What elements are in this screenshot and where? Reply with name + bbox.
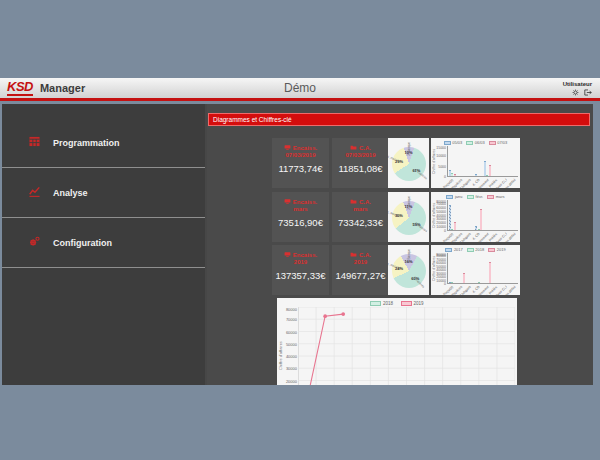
sidebar-item-label: Analyse (53, 188, 88, 198)
bar-chart-day: 05/0306/0307/03Chiffre d'affaires1500010… (431, 138, 520, 188)
stat-value: 137357,33€ (272, 270, 329, 281)
user-icons (563, 89, 592, 96)
chart-element (298, 307, 515, 385)
y-tick: 50000 (286, 341, 297, 346)
stat-card-ca-annee: C.A. 2019 149677,27€ (332, 245, 389, 295)
pie-chart-day: 10%3. Banque61%2. Espèces29%1. Reçu(s) (388, 138, 429, 188)
bargroup (457, 146, 466, 176)
stat-date: 2019 (332, 259, 389, 265)
bargroup (492, 200, 501, 230)
y-tick: 10000 (436, 154, 446, 158)
ycol: 9000080000700006000050000400003000020000… (437, 253, 447, 284)
sidebar-item-programmation[interactable]: Programmation (2, 118, 205, 168)
cash-icon (284, 252, 291, 258)
bargroup (466, 253, 475, 283)
chart-legend: 05/0306/0307/03 (431, 138, 520, 146)
top-bar: KSD Manager Démo Utilisateur (0, 78, 600, 101)
gears-icon (29, 236, 40, 249)
chart-element (307, 314, 343, 385)
y-tick: 70000 (286, 317, 297, 322)
sidebar-item-analyse[interactable]: Analyse (2, 168, 205, 218)
bargroup (501, 200, 510, 230)
legend-label: 2018 (383, 301, 393, 306)
bargroup (509, 253, 518, 283)
legend-swatch (467, 248, 474, 252)
chart-line-icon (29, 186, 40, 199)
y-tick: 60000 (286, 329, 297, 334)
bargroup (457, 200, 466, 230)
app-name: Manager (40, 82, 85, 94)
stat-card-encaissement-jour: Encaiss. 07/03/2019 11773,74€ (272, 138, 329, 188)
ksd-logo: KSD (7, 80, 33, 96)
chbody: Chiffre d'affaires8000070000600005000040… (431, 200, 520, 242)
logout-icon[interactable] (584, 89, 592, 96)
stat-date: 2019 (272, 259, 329, 265)
y-tick: 20000 (286, 378, 297, 383)
bargroup (509, 146, 518, 176)
bargroup (474, 146, 483, 176)
legend-label: 2017 (454, 247, 463, 252)
page-title: Démo (284, 81, 316, 95)
plotwrap: 1. Reçu(s)2. Espèces3. Chèques4. CB5. Vi… (447, 146, 518, 188)
y-axis-label: Chiffre d'affaires (278, 307, 285, 385)
user-box: Utilisateur (563, 81, 592, 96)
bargroup (466, 200, 475, 230)
stat-date: mars (332, 206, 389, 212)
pie-slice-label: 3. Banque (407, 249, 411, 263)
stat-date: mars (272, 206, 329, 212)
legend-label: 2018 (475, 247, 484, 252)
cash-icon (284, 199, 291, 205)
main-content: Diagrammes et Chiffres-clé Encaiss. 07/0… (207, 104, 593, 385)
stat-value: 11851,08€ (332, 163, 389, 174)
sidebar-item-configuration[interactable]: Configuration (2, 218, 205, 268)
bargroup (448, 200, 457, 230)
bargroup (483, 200, 492, 230)
y-tick: 40000 (286, 354, 297, 359)
xlabs: 1. Reçu(s)2. Espèces3. Chèques4. CB5. Vi… (447, 177, 518, 188)
folder-icon (350, 145, 357, 151)
bar (475, 174, 477, 176)
chbody: Chiffre d'affaires1500010000500001. Reçu… (431, 146, 520, 188)
y-tick: 0 (444, 282, 446, 286)
folder-icon (350, 199, 357, 205)
bargroup (448, 253, 457, 283)
ycol: 8000070000600005000040000300002000010000 (285, 307, 298, 385)
chart-legend: janv.févr.mars (431, 192, 520, 200)
plotwrap: 1. Reçu(s)2. Espèces3. Chèques4. CB5. Vi… (447, 200, 518, 242)
legend-label: 06/03 (475, 140, 485, 145)
legend-swatch (466, 141, 473, 145)
plotwrap: 1. Reçu(s)2. Espèces3. Chèques4. CB5. Vi… (447, 253, 518, 295)
chart-element (323, 314, 327, 318)
section-title: Diagrammes et Chiffres-clé (213, 116, 292, 123)
legend-swatch (489, 141, 496, 145)
chart-plot (447, 146, 518, 177)
stat-date: 07/03/2019 (272, 152, 329, 158)
legend-label: févr. (476, 194, 484, 199)
xlab: Non défini (509, 284, 518, 295)
bargroup (501, 253, 510, 283)
bargroup (466, 146, 475, 176)
bargroup (483, 146, 492, 176)
gear-icon[interactable] (572, 89, 579, 96)
pie-slice-label: 3. Banque (407, 196, 411, 210)
sidebar-item-label: Programmation (53, 138, 120, 148)
desktop: KSD Manager Démo Utilisateur Programmati… (0, 0, 600, 460)
cash-icon (284, 145, 291, 151)
chbody: Chiffre d'affaires9000080000700006000050… (431, 253, 520, 295)
legend-swatch (467, 195, 474, 199)
legend-label: mars (496, 194, 505, 199)
bargroup (509, 200, 518, 230)
legend-label: 2019 (497, 247, 506, 252)
bargroup (474, 253, 483, 283)
bargroup (483, 253, 492, 283)
legend-swatch (401, 301, 412, 306)
stat-card-encaissement-mois: Encaiss. mars 73516,90€ (272, 192, 329, 242)
stat-value: 149677,27€ (332, 270, 389, 281)
stat-value: 73516,90€ (272, 217, 329, 228)
y-tick: 5000 (438, 165, 446, 169)
stat-date: 07/03/2019 (332, 152, 389, 158)
lg-item: 2018 (370, 300, 393, 308)
chart-plot (447, 253, 518, 284)
chart-legend: 20182019 (277, 298, 517, 307)
app-window: Programmation Analyse Configuration Diag… (2, 104, 593, 385)
